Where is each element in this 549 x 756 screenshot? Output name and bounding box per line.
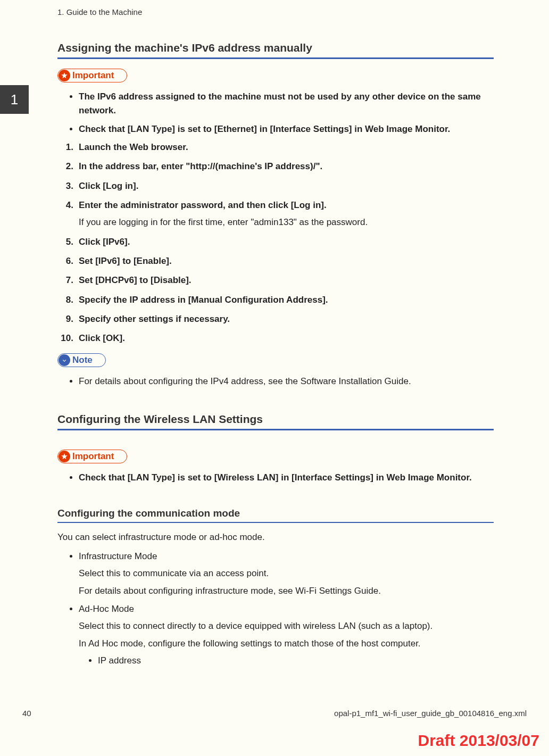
important-callout: Important <box>57 69 127 82</box>
star-icon <box>59 451 70 462</box>
svg-marker-1 <box>61 453 68 459</box>
step: Set [DHCPv6] to [Disable]. <box>57 273 494 287</box>
list-item: IP address <box>98 654 494 668</box>
intro-text: You can select infrastructure mode or ad… <box>57 530 494 544</box>
step: Click [OK]. <box>57 331 494 345</box>
procedure-steps: Launch the Web browser. In the address b… <box>57 140 494 346</box>
important-label: Important <box>72 451 114 462</box>
important-callout: Important <box>57 450 127 463</box>
list-item: Ad-Hoc Mode Select this to connect direc… <box>79 602 494 668</box>
note-bullets: For details about configuring the IPv4 a… <box>79 375 494 388</box>
arrow-down-icon <box>59 354 70 366</box>
page-footer: 40 opal-p1_mf1_wi-fi_user_guide_gb_00104… <box>22 709 527 718</box>
mode-desc: For details about configuring infrastruc… <box>79 584 494 598</box>
important-bullets: The IPv6 address assigned to the machine… <box>79 90 494 136</box>
section-heading-comm-mode: Configuring the communication mode <box>57 508 494 523</box>
step-note: If you are logging in for the first time… <box>79 215 494 229</box>
chapter-tab: 1 <box>0 85 29 114</box>
step-text: Click [Log in]. <box>79 181 138 191</box>
draft-stamp: Draft 2013/03/07 <box>418 732 540 750</box>
page-content: Assigning the machine's IPv6 address man… <box>57 41 494 672</box>
mode-list: Infrastructure Mode Select this to commu… <box>79 550 494 668</box>
step-text: Launch the Web browser. <box>79 142 188 152</box>
important-label: Important <box>72 70 114 81</box>
step-text: Specify the IP address in [Manual Config… <box>79 295 328 305</box>
mode-desc: Select this to communicate via an access… <box>79 567 494 580</box>
source-filename: opal-p1_mf1_wi-fi_user_guide_gb_00104816… <box>334 709 527 718</box>
list-item: Infrastructure Mode Select this to commu… <box>79 550 494 598</box>
step: Specify other settings if necessary. <box>57 312 494 326</box>
note-callout: Note <box>57 353 106 367</box>
step: Set [IPv6] to [Enable]. <box>57 254 494 268</box>
step: Specify the IP address in [Manual Config… <box>57 293 494 307</box>
step: In the address bar, enter "http://(machi… <box>57 160 494 173</box>
svg-marker-0 <box>61 72 68 78</box>
important-bullets: Check that [LAN Type] is set to [Wireles… <box>79 471 494 485</box>
note-label: Note <box>72 355 93 365</box>
star-icon <box>59 70 70 81</box>
step-text: Set [IPv6] to [Enable]. <box>79 256 172 266</box>
section-heading-ipv6: Assigning the machine's IPv6 address man… <box>57 41 494 59</box>
running-header: 1. Guide to the Machine <box>57 7 142 16</box>
list-item: Check that [LAN Type] is set to [Wireles… <box>79 471 494 485</box>
step: Launch the Web browser. <box>57 140 494 154</box>
step: Click [IPv6]. <box>57 235 494 249</box>
step: Enter the administrator password, and th… <box>57 198 494 230</box>
step-text: Enter the administrator password, and th… <box>79 200 327 210</box>
page-number: 40 <box>22 709 31 718</box>
mode-name: Ad-Hoc Mode <box>79 604 134 614</box>
step-text: In the address bar, enter "http://(machi… <box>79 161 322 171</box>
list-item: The IPv6 address assigned to the machine… <box>79 90 494 118</box>
section-heading-wlan: Configuring the Wireless LAN Settings <box>57 413 494 430</box>
step-text: Click [IPv6]. <box>79 237 130 247</box>
list-item: For details about configuring the IPv4 a… <box>79 375 494 388</box>
mode-name: Infrastructure Mode <box>79 551 157 561</box>
step: Click [Log in]. <box>57 179 494 193</box>
sub-settings-list: IP address <box>98 654 494 668</box>
list-item: Check that [LAN Type] is set to [Etherne… <box>79 122 494 136</box>
step-text: Click [OK]. <box>79 333 125 343</box>
step-text: Specify other settings if necessary. <box>79 314 230 324</box>
mode-desc: Select this to connect directly to a dev… <box>79 619 494 633</box>
mode-desc: In Ad Hoc mode, configure the following … <box>79 637 494 651</box>
step-text: Set [DHCPv6] to [Disable]. <box>79 275 192 285</box>
